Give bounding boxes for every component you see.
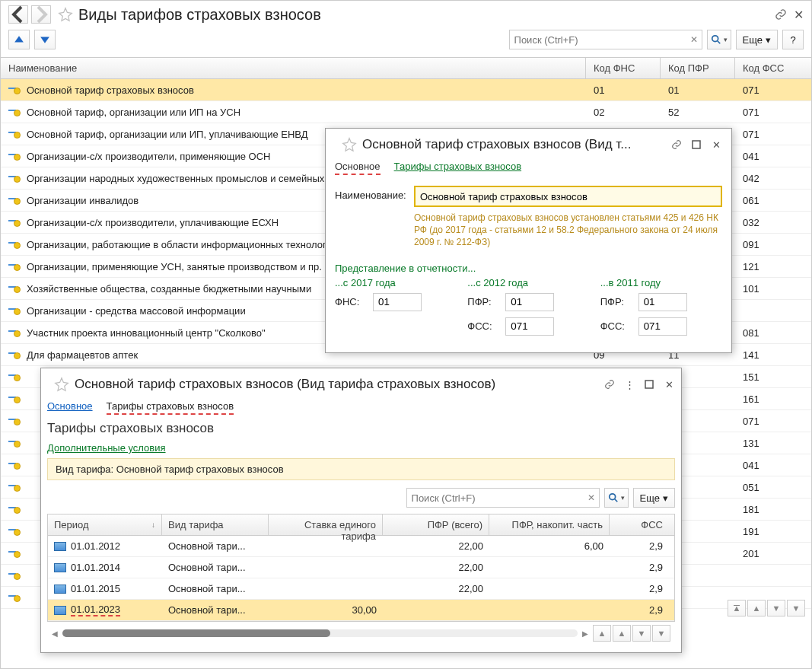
rate-fss: 2,9 [610,536,669,556]
tab-main[interactable]: Основное [47,400,93,415]
row-fss [735,565,811,586]
rate-row[interactable]: 01.01.2012Основной тари...22,006,002,9 [48,536,674,557]
fns-input[interactable] [373,293,422,311]
tab-rates[interactable]: Тарифы страховых взносов [107,400,234,415]
col-pfr[interactable]: Код ПФР [661,58,735,78]
item-icon [8,306,21,315]
conditions-link[interactable]: Дополнительные условия [47,442,166,454]
name-input[interactable] [414,186,722,207]
item-icon [8,593,21,602]
item-icon [8,350,21,359]
record-icon [54,585,66,594]
row-fss: 071 [735,410,811,432]
favorite-star-icon[interactable] [53,376,70,393]
fss-input[interactable] [505,317,554,336]
dialog-tariff-rates: Основной тариф страховых взносов (Вид та… [40,368,682,653]
hscroll-left[interactable]: ◀ [52,629,58,638]
svg-point-0 [712,36,718,42]
search-input[interactable] [510,30,686,49]
rate-period: 01.01.2014 [71,562,120,573]
kebab-icon[interactable]: ⋮ [623,378,635,390]
rate-row[interactable]: 01.01.2015Основной тари...22,002,9 [48,578,674,600]
col-vt[interactable]: Вид тарифа [162,514,269,535]
item-icon [8,107,21,116]
move-down-button[interactable] [34,30,56,49]
search-clear-icon[interactable]: ✕ [686,34,702,45]
col-unified[interactable]: Ставка единого тарифа [269,514,383,535]
col-pfr-total[interactable]: ПФР (всего) [383,514,489,535]
col-fns[interactable]: Код ФНС [586,58,661,78]
inner-search-input[interactable] [407,489,584,507]
tab-main[interactable]: Основное [335,161,381,175]
row-fss: 201 [735,543,811,564]
row-fss: 101 [735,278,811,299]
favorite-star-icon[interactable] [341,136,358,153]
table-row[interactable]: Основной тариф страховых взносов0101071 [1,79,811,101]
grid-down[interactable]: ▼ [767,600,785,616]
item-icon [8,527,21,536]
grid-first[interactable]: ▲ [728,600,746,616]
row-fss: 181 [735,499,811,520]
col-period[interactable]: Период↓ [48,514,162,535]
rate-unified: 30,00 [269,600,383,620]
col-fss[interactable]: Код ФСС [735,58,811,78]
row-name: Организации, работающие в области информ… [27,239,337,250]
maximize-icon[interactable] [690,139,702,151]
item-icon [8,284,21,293]
grid-last[interactable]: ▼ [787,600,805,616]
item-icon [8,394,21,403]
close-icon[interactable]: ✕ [710,139,722,151]
close-icon[interactable]: ✕ [663,378,675,390]
record-icon [54,542,66,551]
nav-forward[interactable] [31,5,51,24]
link-icon[interactable] [603,378,616,390]
rate-row[interactable]: 01.01.2014Основной тари...22,002,9 [48,557,674,578]
row-name: Хозяйственные общества, созданные бюджет… [27,283,311,295]
record-icon [54,563,66,572]
pfr-2011-input[interactable] [638,293,687,311]
search-dropdown[interactable]: ▾ [707,30,731,49]
link-icon[interactable] [670,139,683,151]
row-fss: 081 [735,322,811,343]
item-icon [8,174,21,183]
maximize-icon[interactable] [643,378,655,390]
favorite-star-icon[interactable] [57,6,74,23]
item-icon [8,416,21,425]
fss-2011-input[interactable] [638,317,687,336]
inner-search-dropdown[interactable]: ▾ [604,488,629,508]
hscroll-right[interactable]: ▶ [582,629,588,638]
close-icon[interactable]: ✕ [794,8,804,22]
item-icon [8,372,21,381]
rates-down[interactable]: ▼ [632,625,651,642]
svg-line-5 [614,499,617,502]
row-fss: 071 [735,79,811,100]
row-pfr: 52 [661,101,735,123]
row-fss: 121 [735,256,811,277]
col-fss[interactable]: ФСС [610,514,669,535]
rates-subtitle: Тарифы страховых взносов [47,421,675,436]
inner-more-button[interactable]: Еще▾ [633,488,675,508]
rate-period: 01.01.2023 [71,604,120,616]
search-clear-icon[interactable]: ✕ [584,492,599,503]
tab-rates[interactable]: Тарифы страховых взносов [394,161,522,175]
rates-up[interactable]: ▲ [613,625,631,642]
move-up-button[interactable] [8,30,30,49]
hscrollbar[interactable] [62,629,578,637]
table-row[interactable]: Основной тариф, организации или ИП на УС… [1,101,811,123]
rate-row[interactable]: 01.01.2023Основной тари...30,002,9 [48,600,674,621]
rate-pfr-nak [489,557,610,578]
row-fns: 02 [586,101,661,123]
grid-up[interactable]: ▲ [747,600,766,616]
rates-first[interactable]: ▲ [593,625,611,642]
nav-back[interactable] [8,5,28,24]
pfr-input[interactable] [505,293,554,311]
svg-point-4 [609,494,615,500]
rates-last[interactable]: ▼ [652,625,670,642]
col-name[interactable]: Наименование [1,58,586,78]
col-pfr-nak[interactable]: ПФР, накопит. часть [489,514,610,535]
help-button[interactable]: ? [782,30,804,49]
more-button[interactable]: Еще▾ [736,30,778,49]
link-icon[interactable] [774,8,788,21]
row-fss: 041 [735,454,811,476]
item-icon [8,85,21,94]
